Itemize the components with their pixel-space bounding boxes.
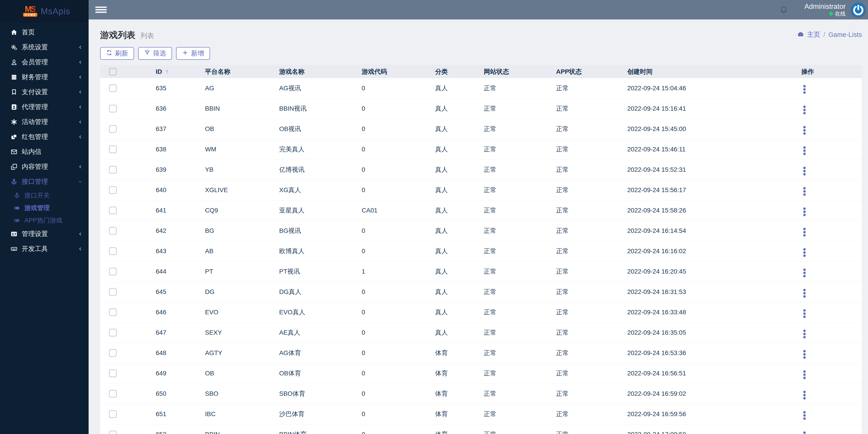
sidebar-item-site-mail[interactable]: 站内信 bbox=[0, 144, 89, 159]
cell-site-status: 正常 bbox=[473, 343, 546, 363]
hamburger-menu-icon[interactable] bbox=[95, 6, 107, 13]
col-category: 分类 bbox=[425, 65, 473, 78]
sidebar-item-activity-management[interactable]: 活动管理 bbox=[0, 115, 89, 129]
sidebar-item-api-management[interactable]: 接口管理 bbox=[0, 174, 89, 189]
row-actions-kebab-icon[interactable] bbox=[801, 369, 808, 380]
sidebar-item-red-packet-management[interactable]: 红包管理 bbox=[0, 129, 89, 144]
table-row: 645DGDG真人0真人正常正常2022-09-24 16:31:53 bbox=[100, 282, 862, 302]
row-checkbox[interactable] bbox=[109, 186, 117, 194]
row-actions-kebab-icon[interactable] bbox=[801, 186, 808, 197]
sidebar-item-home[interactable]: 首页 bbox=[0, 25, 89, 40]
breadcrumb-home-link[interactable]: 主页 bbox=[807, 30, 820, 39]
row-checkbox[interactable] bbox=[109, 125, 117, 133]
cell-platform: BBIN bbox=[195, 424, 269, 434]
cell-category: 真人 bbox=[425, 322, 473, 343]
row-checkbox[interactable] bbox=[109, 84, 117, 92]
row-actions-kebab-icon[interactable] bbox=[801, 389, 808, 401]
row-actions-kebab-icon[interactable] bbox=[801, 105, 808, 115]
add-button[interactable]: 新增 bbox=[176, 47, 210, 60]
keyboard-icon bbox=[10, 245, 18, 253]
cell-platform: IBC bbox=[195, 404, 269, 424]
sidebar-item-payment-settings[interactable]: 支付设置 bbox=[0, 85, 89, 99]
row-actions-kebab-icon[interactable] bbox=[801, 349, 808, 360]
row-actions-kebab-icon[interactable] bbox=[801, 125, 808, 136]
brand-logo[interactable]: MS GAME MsApis bbox=[0, 0, 89, 23]
user-info[interactable]: Administrator 在线 bbox=[804, 2, 846, 17]
row-checkbox[interactable] bbox=[109, 390, 117, 398]
row-actions-kebab-icon[interactable] bbox=[801, 288, 808, 299]
cell-site-status: 正常 bbox=[473, 200, 546, 221]
sidebar-item-dev-tools[interactable]: 开发工具 bbox=[0, 241, 89, 256]
gears-icon bbox=[10, 43, 18, 51]
row-actions-kebab-icon[interactable] bbox=[801, 84, 808, 95]
row-actions-kebab-icon[interactable] bbox=[801, 430, 808, 434]
sidebar-item-api-switch[interactable]: 接口开关 bbox=[0, 189, 89, 202]
cell-created: 2022-09-24 15:45:00 bbox=[617, 119, 791, 139]
user-icon bbox=[10, 58, 18, 66]
row-checkbox[interactable] bbox=[109, 166, 117, 174]
cell-game-code: 0 bbox=[351, 282, 425, 302]
table-row: 650SBOSBO体育0体育正常正常2022-09-24 16:59:02 bbox=[100, 383, 862, 404]
cell-category: 真人 bbox=[425, 302, 473, 322]
row-actions-kebab-icon[interactable] bbox=[801, 247, 808, 258]
row-checkbox[interactable] bbox=[109, 349, 117, 357]
row-checkbox[interactable] bbox=[109, 410, 117, 418]
copy-icon bbox=[10, 163, 18, 171]
table-row: 635AGAG视讯0真人正常正常2022-09-24 15:04:46 bbox=[100, 78, 862, 98]
cell-game-name: DG真人 bbox=[269, 282, 351, 302]
table-row: 641CQ9亚星真人CA01真人正常正常2022-09-24 15:58:26 bbox=[100, 200, 862, 221]
cell-game-name: 沙巴体育 bbox=[269, 404, 351, 424]
row-actions-kebab-icon[interactable] bbox=[801, 267, 808, 278]
sidebar-item-agent-management[interactable]: 代理管理 bbox=[0, 99, 89, 115]
row-actions-kebab-icon[interactable] bbox=[801, 328, 808, 340]
cell-platform: DG bbox=[195, 282, 269, 302]
cell-created: 2022-09-24 16:20:45 bbox=[617, 261, 791, 282]
sidebar-item-game-management[interactable]: 游戏管理 bbox=[0, 202, 89, 214]
plus-icon bbox=[182, 50, 188, 57]
cell-site-status: 正常 bbox=[473, 221, 546, 241]
col-site-status: 网站状态 bbox=[473, 65, 546, 78]
sidebar-item-admin-settings[interactable]: 管理设置 bbox=[0, 227, 89, 241]
cell-game-name: AG体育 bbox=[269, 343, 351, 363]
select-all-checkbox[interactable] bbox=[109, 68, 117, 76]
sidebar-item-system-settings[interactable]: 系统设置 bbox=[0, 40, 89, 55]
row-checkbox[interactable] bbox=[109, 247, 117, 255]
row-checkbox[interactable] bbox=[109, 309, 117, 316]
cell-app-status: 正常 bbox=[546, 404, 617, 424]
cell-game-name: 亿博视讯 bbox=[269, 160, 351, 180]
sidebar-item-content-management[interactable]: 内容管理 bbox=[0, 159, 89, 174]
cell-created: 2022-09-24 15:58:26 bbox=[617, 200, 791, 221]
sidebar-item-finance-management[interactable]: 财务管理 bbox=[0, 70, 89, 85]
row-checkbox[interactable] bbox=[109, 431, 117, 434]
row-actions-kebab-icon[interactable] bbox=[801, 410, 808, 421]
row-checkbox[interactable] bbox=[109, 105, 117, 112]
row-actions-kebab-icon[interactable] bbox=[801, 227, 808, 238]
row-checkbox[interactable] bbox=[109, 145, 117, 153]
notifications-bell-icon[interactable] bbox=[779, 5, 788, 15]
row-checkbox[interactable] bbox=[109, 288, 117, 296]
row-checkbox[interactable] bbox=[109, 207, 117, 214]
sort-asc-icon[interactable] bbox=[164, 69, 170, 75]
cell-id: 652 bbox=[145, 424, 195, 434]
sidebar-item-app-hot-games[interactable]: APP热门游戏 bbox=[0, 214, 89, 227]
app-name: MsApis bbox=[41, 6, 70, 16]
main-content: 游戏列表 列表 主页 / Game-Lists 刷新 筛选 新增 bbox=[89, 20, 868, 434]
cell-category: 体育 bbox=[425, 404, 473, 424]
row-actions-kebab-icon[interactable] bbox=[801, 166, 808, 176]
logo-ms-text: MS bbox=[25, 6, 35, 13]
col-id[interactable]: ID bbox=[156, 68, 162, 75]
row-actions-kebab-icon[interactable] bbox=[801, 206, 808, 217]
row-checkbox[interactable] bbox=[109, 227, 117, 235]
row-checkbox[interactable] bbox=[109, 370, 117, 377]
sidebar-item-member-management[interactable]: 会员管理 bbox=[0, 55, 89, 70]
cell-created: 2022-09-24 15:16:41 bbox=[617, 98, 791, 119]
row-checkbox[interactable] bbox=[109, 329, 117, 337]
logout-power-button[interactable] bbox=[850, 2, 866, 18]
cell-game-name: SBO体育 bbox=[269, 383, 351, 404]
cell-app-status: 正常 bbox=[546, 241, 617, 261]
row-actions-kebab-icon[interactable] bbox=[801, 308, 808, 319]
row-actions-kebab-icon[interactable] bbox=[801, 145, 808, 156]
filter-button[interactable]: 筛选 bbox=[138, 47, 172, 60]
refresh-button[interactable]: 刷新 bbox=[100, 47, 134, 60]
row-checkbox[interactable] bbox=[109, 268, 117, 276]
